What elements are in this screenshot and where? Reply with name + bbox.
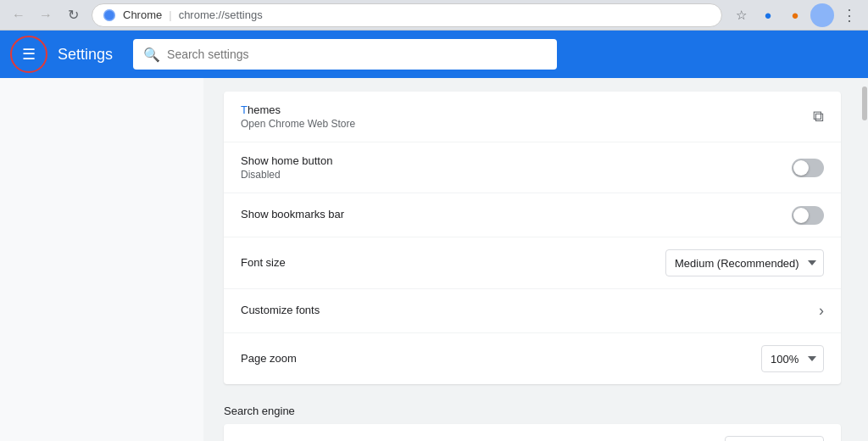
scrollbar-thumb[interactable] bbox=[862, 87, 867, 120]
extension2-button[interactable]: ● bbox=[783, 3, 807, 27]
font-size-row: Font size Very Small Small Medium (Recom… bbox=[224, 237, 841, 289]
browser-actions: ☆ ● ● ⋮ bbox=[729, 3, 861, 27]
customize-fonts-action: › bbox=[819, 302, 824, 320]
show-home-button-info: Show home button Disabled bbox=[241, 154, 778, 181]
search-engine-used-action: Google Bing Yahoo! DuckDuckGo bbox=[725, 436, 824, 441]
font-size-info: Font size bbox=[241, 256, 652, 271]
nav-buttons: ← → ↻ bbox=[7, 3, 85, 27]
show-home-button-title: Show home button bbox=[241, 154, 778, 167]
themes-row: Themes Open Chrome Web Store ⧉ bbox=[224, 92, 841, 142]
url-separator: | bbox=[169, 8, 171, 21]
scrollbar-track[interactable] bbox=[861, 78, 868, 441]
font-size-title: Font size bbox=[241, 256, 652, 269]
show-home-button-row: Show home button Disabled bbox=[224, 142, 841, 193]
extension1-button[interactable]: ● bbox=[756, 3, 780, 27]
page-zoom-row: Page zoom 75% 90% 100% 110% 125% 150% bbox=[224, 333, 841, 384]
themes-info: Themes Open Chrome Web Store bbox=[241, 103, 799, 130]
search-icon: 🔍 bbox=[143, 47, 160, 63]
page-zoom-select[interactable]: 75% 90% 100% 110% 125% 150% bbox=[761, 345, 824, 372]
themes-action: ⧉ bbox=[813, 108, 824, 126]
themes-t-letter: T bbox=[241, 103, 248, 116]
main-content: Themes Open Chrome Web Store ⧉ Show home… bbox=[203, 78, 861, 441]
search-engine-select[interactable]: Google Bing Yahoo! DuckDuckGo bbox=[725, 436, 824, 441]
themes-subtitle: Open Chrome Web Store bbox=[241, 118, 799, 130]
address-bar[interactable]: Chrome | chrome://settings bbox=[92, 3, 722, 27]
show-bookmarks-bar-info: Show bookmarks bar bbox=[241, 208, 778, 222]
show-bookmarks-bar-toggle[interactable] bbox=[792, 206, 824, 225]
customize-fonts-chevron: › bbox=[819, 302, 824, 319]
font-size-select[interactable]: Very Small Small Medium (Recommended) La… bbox=[665, 249, 824, 276]
menu-icon: ☰ bbox=[22, 45, 36, 64]
themes-title-rest: hemes bbox=[248, 103, 281, 116]
show-home-button-subtitle: Disabled bbox=[241, 169, 778, 181]
search-bar: 🔍 bbox=[133, 39, 557, 70]
font-size-action: Very Small Small Medium (Recommended) La… bbox=[665, 249, 824, 276]
search-engine-card: Search engine used in the address bar Go… bbox=[224, 424, 841, 441]
more-menu-button[interactable]: ⋮ bbox=[837, 3, 861, 27]
browser-title: Chrome bbox=[123, 8, 162, 21]
customize-fonts-info: Customize fonts bbox=[241, 304, 805, 318]
external-link-icon[interactable]: ⧉ bbox=[813, 108, 824, 125]
customize-fonts-title: Customize fonts bbox=[241, 304, 805, 316]
sidebar bbox=[0, 78, 203, 441]
themes-title: Themes bbox=[241, 103, 799, 116]
forward-button[interactable]: → bbox=[34, 3, 58, 27]
appearance-card: Themes Open Chrome Web Store ⧉ Show home… bbox=[224, 92, 841, 384]
menu-button[interactable]: ☰ bbox=[14, 39, 44, 70]
settings-header: ☰ Settings 🔍 bbox=[0, 31, 868, 78]
show-bookmarks-bar-title: Show bookmarks bar bbox=[241, 208, 778, 220]
content-wrapper: Themes Open Chrome Web Store ⧉ Show home… bbox=[0, 78, 868, 441]
search-engine-heading: Search engine bbox=[224, 398, 841, 424]
page-zoom-action: 75% 90% 100% 110% 125% 150% bbox=[761, 345, 824, 372]
search-engine-used-row: Search engine used in the address bar Go… bbox=[224, 424, 841, 441]
bookmark-button[interactable]: ☆ bbox=[729, 3, 753, 27]
show-home-button-toggle[interactable] bbox=[792, 159, 824, 177]
back-button[interactable]: ← bbox=[7, 3, 31, 27]
favicon-icon bbox=[103, 8, 116, 22]
show-bookmarks-bar-row: Show bookmarks bar bbox=[224, 193, 841, 237]
browser-chrome: ← → ↻ Chrome | chrome://settings ☆ ● ● ⋮ bbox=[0, 0, 868, 31]
page-zoom-info: Page zoom bbox=[241, 352, 748, 366]
show-bookmarks-bar-toggle-wrapper bbox=[792, 205, 824, 225]
address-url: chrome://settings bbox=[179, 8, 263, 21]
profile-button[interactable] bbox=[810, 3, 834, 27]
search-input[interactable] bbox=[167, 47, 547, 61]
reload-button[interactable]: ↻ bbox=[61, 3, 85, 27]
show-home-button-toggle-wrapper bbox=[792, 158, 824, 177]
settings-title: Settings bbox=[58, 46, 113, 64]
customize-fonts-row[interactable]: Customize fonts › bbox=[224, 289, 841, 333]
page-zoom-title: Page zoom bbox=[241, 352, 748, 365]
